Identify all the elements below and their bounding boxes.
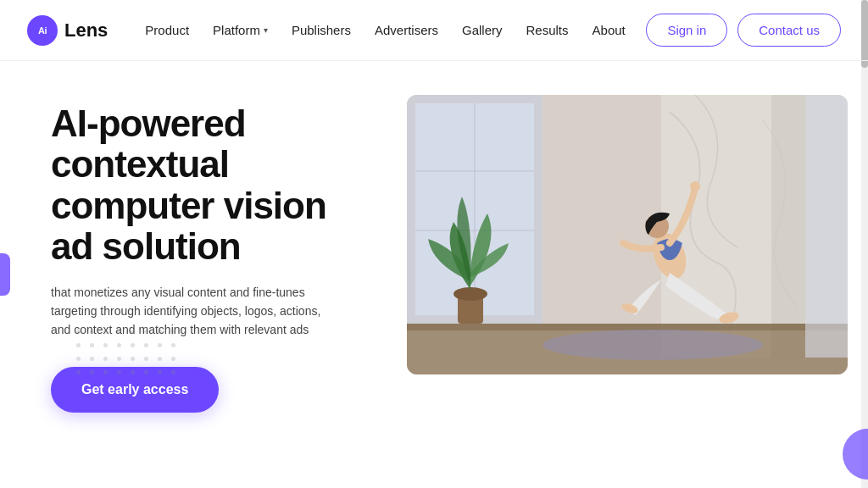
logo-text: Lens: [64, 19, 108, 42]
nav-gallery[interactable]: Gallery: [452, 16, 513, 44]
svg-rect-9: [407, 324, 848, 330]
left-content: AI-powered contextual computer vision ad…: [51, 95, 373, 413]
nav-results[interactable]: Results: [516, 16, 579, 44]
signin-button[interactable]: Sign in: [646, 14, 727, 47]
logo-icon: Ai: [27, 15, 58, 46]
nav-platform[interactable]: Platform ▾: [203, 16, 278, 44]
nav-actions: Sign in Contact us: [646, 14, 841, 47]
navbar: Ai Lens Product Platform ▾ Publishers Ad…: [0, 0, 868, 61]
hero-image: [407, 95, 848, 374]
logo-area[interactable]: Ai Lens: [27, 15, 108, 46]
nav-product[interactable]: Product: [135, 16, 199, 44]
right-content: [373, 95, 848, 374]
contact-button[interactable]: Contact us: [737, 14, 841, 47]
svg-point-15: [690, 181, 700, 191]
main-content: AI-powered contextual computer vision ad…: [0, 61, 868, 488]
circle-decoration: [843, 429, 868, 480]
nav-advertisers[interactable]: Advertisers: [364, 16, 448, 44]
nav-publishers[interactable]: Publishers: [281, 16, 361, 44]
svg-point-10: [542, 330, 763, 360]
left-edge-decoration: [0, 253, 10, 296]
yoga-scene-svg: [407, 95, 848, 374]
dots-decoration: [76, 330, 180, 379]
nav-about[interactable]: About: [582, 16, 636, 44]
hero-headline: AI-powered contextual computer vision ad…: [51, 103, 373, 268]
svg-rect-18: [805, 95, 848, 358]
chevron-down-icon: ▾: [264, 25, 268, 35]
nav-links: Product Platform ▾ Publishers Advertiser…: [135, 16, 646, 44]
